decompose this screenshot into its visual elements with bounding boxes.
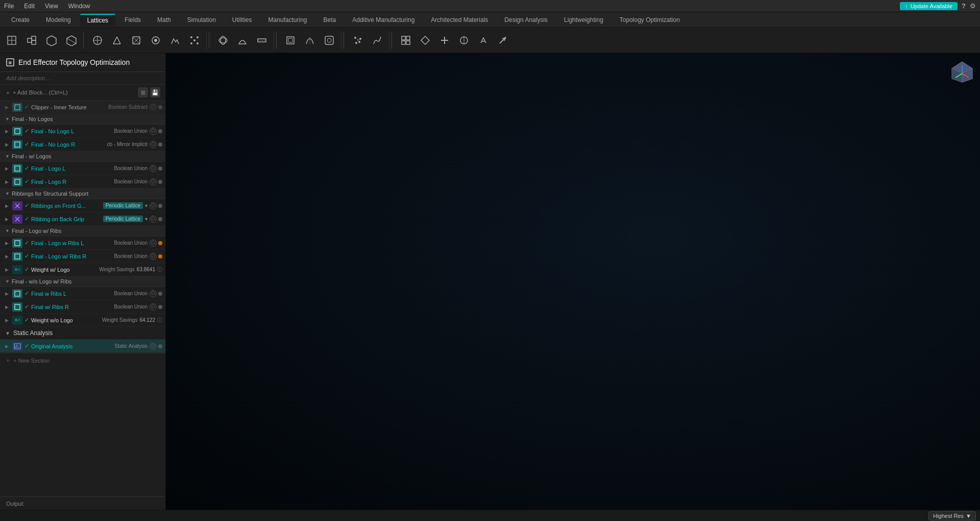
info-btn[interactable]: ⓘ bbox=[150, 303, 157, 311]
top-bar: File Edit View Window ↑ Update Available… bbox=[0, 0, 980, 12]
row-weight-wo-logo[interactable]: ▶ 0.! ✓ Weight w/o Logo Weight Savings 6… bbox=[0, 314, 165, 327]
update-available-button[interactable]: ↑ Update Available bbox=[900, 2, 958, 10]
tab-additive-manufacturing[interactable]: Additive Manufacturing bbox=[345, 14, 422, 26]
row-ribbing-back[interactable]: ▶ ✓ Ribbing on Back Grip Periodic Lattic… bbox=[0, 212, 165, 226]
info-btn[interactable]: ⓘ bbox=[150, 141, 157, 148]
static-analysis-section-header[interactable]: ▼ Static Analysis bbox=[0, 327, 165, 340]
resolution-dropdown[interactable]: Highest Res ▼ bbox=[928, 511, 976, 520]
row-final-no-logo-l[interactable]: ▶ ✓ Final - No Logo L Boolean Union ⓘ bbox=[0, 125, 165, 138]
section-final-wout-logo-ribs[interactable]: ▼ Final - w/o Logo w/ Ribs bbox=[0, 276, 165, 287]
toolbar-utilities-3[interactable] bbox=[435, 31, 454, 50]
tab-utilities[interactable]: Utilities bbox=[225, 14, 259, 26]
toolbar-conformal-3[interactable] bbox=[320, 31, 339, 50]
tab-math[interactable]: Math bbox=[150, 14, 178, 26]
row-circle-btn[interactable]: ⓘ bbox=[150, 104, 157, 111]
toolbar-conformal-2[interactable] bbox=[300, 31, 320, 50]
menu-edit[interactable]: Edit bbox=[24, 3, 35, 10]
toolbar-unit-cell-4[interactable] bbox=[146, 31, 165, 50]
row-final-ribs-r[interactable]: ▶ ✓ Final w/ Ribs R Boolean Union ⓘ bbox=[0, 300, 165, 314]
nav-cube[interactable] bbox=[949, 59, 975, 85]
toolbar-utilities-6[interactable] bbox=[493, 31, 512, 50]
row-weight-w-logo[interactable]: ▶ 0.! ✓ Weight w/ Logo Weight Savings 63… bbox=[0, 263, 165, 276]
row-original-analysis[interactable]: ▶ ✓ Original Analysis Static Analysis ⓘ bbox=[0, 340, 165, 353]
tab-lightweighting[interactable]: Lightweighting bbox=[557, 14, 610, 26]
new-section-plus: ＋ bbox=[5, 357, 11, 364]
toolbar-unit-cell-5[interactable] bbox=[165, 31, 185, 50]
toolbar-unit-cell-6[interactable] bbox=[185, 31, 204, 50]
row-final-logo-r[interactable]: ▶ ✓ Final - Logo R Boolean Union ⓘ bbox=[0, 175, 165, 188]
menu-view[interactable]: View bbox=[45, 3, 58, 10]
toolbar-conformal-1[interactable] bbox=[281, 31, 300, 50]
viewport[interactable]: ⬡ ⬡ bbox=[166, 53, 980, 510]
menu-file[interactable]: File bbox=[4, 3, 14, 10]
row-final-logo-ribs-r[interactable]: ▶ ✓ Final - Logo w/ Ribs R Boolean Union… bbox=[0, 250, 165, 263]
info-btn[interactable]: ⓘ bbox=[150, 178, 157, 185]
partially-visible-row[interactable]: ▶ ✓ Clipper - Inner Texture Boolean Subt… bbox=[0, 101, 165, 114]
toolbar-utilities-1[interactable] bbox=[396, 31, 415, 50]
svg-rect-51 bbox=[15, 142, 20, 147]
row-ribbings-front[interactable]: ▶ ✓ Ribbings on Front G... Periodic Latt… bbox=[0, 199, 165, 212]
description-area[interactable]: Add description... bbox=[0, 72, 165, 85]
tab-topology-optimization[interactable]: Topology Optimization bbox=[612, 14, 687, 26]
toolbar-stochastic-2[interactable] bbox=[368, 31, 387, 50]
info-btn[interactable]: ⓘ bbox=[150, 240, 157, 247]
svg-point-35 bbox=[358, 41, 360, 43]
tab-modeling[interactable]: Modeling bbox=[39, 14, 78, 26]
toolbar-unit-cell-1[interactable] bbox=[88, 31, 107, 50]
row-final-ribs-l[interactable]: ▶ ✓ Final w Ribs L Boolean Union ⓘ bbox=[0, 287, 165, 300]
toolbar-utilities-5[interactable] bbox=[474, 31, 493, 50]
tab-simulation[interactable]: Simulation bbox=[180, 14, 223, 26]
toolbar-unit-cell-3[interactable] bbox=[127, 31, 146, 50]
add-block-button[interactable]: ＋ + Add Block... (Ctrl+L) bbox=[5, 89, 136, 97]
toolbar-group-cell-maps bbox=[211, 31, 274, 50]
tab-design-analysis[interactable]: Design Analysis bbox=[497, 14, 555, 26]
section-ribbings[interactable]: ▼ Ribbings for Structural Support bbox=[0, 188, 165, 199]
info-btn[interactable]: ⓘ bbox=[150, 216, 157, 223]
help-button[interactable]: ? bbox=[962, 2, 966, 10]
section-chevron: ▼ bbox=[5, 279, 10, 284]
section-final-w-logos[interactable]: ▼ Final - w/ Logos bbox=[0, 151, 165, 162]
toolbar-btn-1[interactable] bbox=[2, 31, 21, 50]
toolbar-utilities-4[interactable] bbox=[454, 31, 474, 50]
toolbar-cell-maps-2[interactable] bbox=[233, 31, 252, 50]
info-btn[interactable]: ⓘ bbox=[150, 128, 157, 135]
tab-architected-materials[interactable]: Architected Materials bbox=[424, 14, 495, 26]
tab-manufacturing[interactable]: Manufacturing bbox=[261, 14, 314, 26]
info-btn[interactable]: ⓘ bbox=[150, 253, 157, 260]
svg-point-24 bbox=[193, 39, 195, 41]
row-final-logo-ribs-l[interactable]: ▶ ✓ Final - Logo w Ribs L Boolean Union … bbox=[0, 236, 165, 250]
menu-window[interactable]: Window bbox=[68, 3, 90, 10]
toolbar-utilities-2[interactable] bbox=[415, 31, 435, 50]
toolbar-btn-2[interactable] bbox=[22, 31, 41, 50]
info-btn[interactable]: ⓘ bbox=[150, 343, 157, 350]
info-btn[interactable]: ⓘ bbox=[150, 202, 157, 209]
row-final-logo-l[interactable]: ▶ ✓ Final - Logo L Boolean Union ⓘ bbox=[0, 162, 165, 175]
info-icon[interactable]: ⓘ bbox=[157, 266, 162, 273]
status-dot bbox=[158, 292, 162, 296]
toolbar-cell-maps-3[interactable] bbox=[252, 31, 272, 50]
toolbar-unit-cell-2[interactable] bbox=[107, 31, 127, 50]
row-final-no-logo-r[interactable]: ▶ ✓ Final - No Logo R cb - Mirror Implic… bbox=[0, 138, 165, 151]
section-final-logo-ribs[interactable]: ▼ Final - Logo w/ Ribs bbox=[0, 226, 165, 236]
add-block-icon-btn-2[interactable]: 💾 bbox=[150, 87, 160, 98]
dropdown-arrow[interactable]: ▾ bbox=[145, 216, 148, 222]
toolbar-stochastic-1[interactable] bbox=[348, 31, 368, 50]
toolbar-btn-4[interactable] bbox=[62, 31, 81, 50]
item-type: Boolean Union bbox=[114, 128, 148, 134]
dropdown-arrow[interactable]: ▾ bbox=[145, 203, 148, 208]
tab-fields[interactable]: Fields bbox=[117, 14, 148, 26]
tab-beta[interactable]: Beta bbox=[316, 14, 344, 26]
tab-create[interactable]: Create bbox=[4, 14, 37, 26]
settings-button[interactable]: ⚙ bbox=[970, 2, 976, 10]
toolbar-btn-3[interactable] bbox=[42, 31, 61, 50]
info-btn[interactable]: ⓘ bbox=[150, 165, 157, 172]
row-icon bbox=[12, 252, 22, 261]
info-btn[interactable]: ⓘ bbox=[150, 290, 157, 297]
new-section-button[interactable]: ＋ + New Section bbox=[0, 353, 165, 367]
toolbar-cell-maps-1[interactable] bbox=[213, 31, 233, 50]
add-block-icon-btn-1[interactable]: ⊞ bbox=[138, 87, 148, 98]
section-final-no-logos[interactable]: ▼ Final - No Logos bbox=[0, 114, 165, 125]
tab-lattices[interactable]: Lattices bbox=[80, 14, 115, 26]
sidebar-scroll[interactable]: ▶ ✓ Clipper - Inner Texture Boolean Subt… bbox=[0, 101, 165, 496]
info-icon[interactable]: ⓘ bbox=[157, 317, 162, 324]
